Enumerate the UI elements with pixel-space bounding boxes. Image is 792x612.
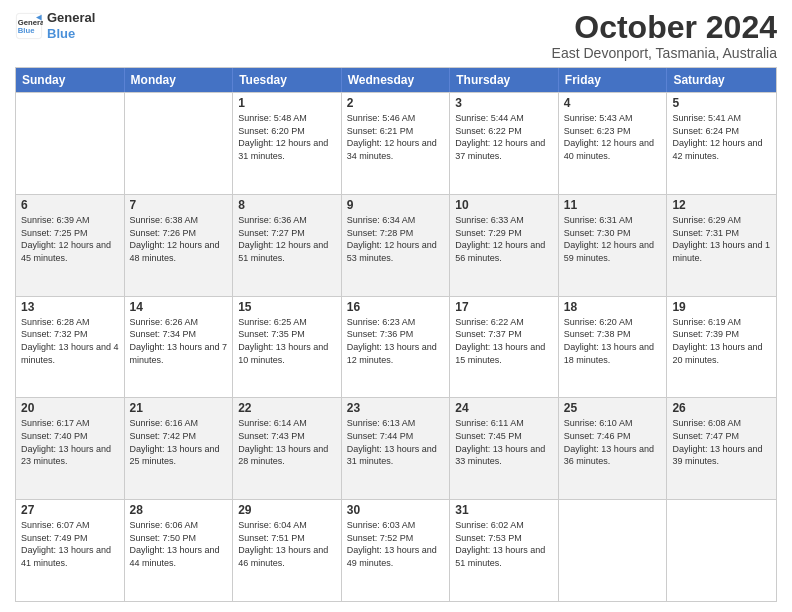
calendar: SundayMondayTuesdayWednesdayThursdayFrid… [15, 67, 777, 602]
day-info: Sunrise: 6:19 AM Sunset: 7:39 PM Dayligh… [672, 316, 771, 366]
day-number: 23 [347, 401, 445, 415]
day-info: Sunrise: 6:31 AM Sunset: 7:30 PM Dayligh… [564, 214, 662, 264]
day-number: 30 [347, 503, 445, 517]
day-number: 18 [564, 300, 662, 314]
day-number: 29 [238, 503, 336, 517]
day-number: 17 [455, 300, 553, 314]
day-number: 20 [21, 401, 119, 415]
day-info: Sunrise: 6:23 AM Sunset: 7:36 PM Dayligh… [347, 316, 445, 366]
cal-cell [667, 500, 776, 601]
day-number: 28 [130, 503, 228, 517]
day-info: Sunrise: 6:22 AM Sunset: 7:37 PM Dayligh… [455, 316, 553, 366]
cal-cell: 25Sunrise: 6:10 AM Sunset: 7:46 PM Dayli… [559, 398, 668, 499]
day-info: Sunrise: 5:46 AM Sunset: 6:21 PM Dayligh… [347, 112, 445, 162]
day-info: Sunrise: 6:04 AM Sunset: 7:51 PM Dayligh… [238, 519, 336, 569]
day-number: 27 [21, 503, 119, 517]
day-number: 5 [672, 96, 771, 110]
cal-cell: 28Sunrise: 6:06 AM Sunset: 7:50 PM Dayli… [125, 500, 234, 601]
day-info: Sunrise: 6:25 AM Sunset: 7:35 PM Dayligh… [238, 316, 336, 366]
cal-cell: 8Sunrise: 6:36 AM Sunset: 7:27 PM Daylig… [233, 195, 342, 296]
cal-cell: 31Sunrise: 6:02 AM Sunset: 7:53 PM Dayli… [450, 500, 559, 601]
day-number: 4 [564, 96, 662, 110]
day-info: Sunrise: 5:43 AM Sunset: 6:23 PM Dayligh… [564, 112, 662, 162]
day-info: Sunrise: 6:13 AM Sunset: 7:44 PM Dayligh… [347, 417, 445, 467]
cal-cell: 3Sunrise: 5:44 AM Sunset: 6:22 PM Daylig… [450, 93, 559, 194]
cal-cell [16, 93, 125, 194]
day-number: 15 [238, 300, 336, 314]
logo-line1: General [47, 10, 95, 26]
cal-cell: 23Sunrise: 6:13 AM Sunset: 7:44 PM Dayli… [342, 398, 451, 499]
header: General Blue General Blue October 2024 E… [15, 10, 777, 61]
logo-line2: Blue [47, 26, 95, 42]
header-cell-friday: Friday [559, 68, 668, 92]
day-info: Sunrise: 6:11 AM Sunset: 7:45 PM Dayligh… [455, 417, 553, 467]
cal-cell: 15Sunrise: 6:25 AM Sunset: 7:35 PM Dayli… [233, 297, 342, 398]
cal-cell: 9Sunrise: 6:34 AM Sunset: 7:28 PM Daylig… [342, 195, 451, 296]
cal-cell: 26Sunrise: 6:08 AM Sunset: 7:47 PM Dayli… [667, 398, 776, 499]
header-cell-wednesday: Wednesday [342, 68, 451, 92]
day-number: 14 [130, 300, 228, 314]
day-info: Sunrise: 6:17 AM Sunset: 7:40 PM Dayligh… [21, 417, 119, 467]
cal-cell: 10Sunrise: 6:33 AM Sunset: 7:29 PM Dayli… [450, 195, 559, 296]
day-info: Sunrise: 5:41 AM Sunset: 6:24 PM Dayligh… [672, 112, 771, 162]
day-info: Sunrise: 5:48 AM Sunset: 6:20 PM Dayligh… [238, 112, 336, 162]
day-info: Sunrise: 6:38 AM Sunset: 7:26 PM Dayligh… [130, 214, 228, 264]
cal-cell [559, 500, 668, 601]
day-number: 16 [347, 300, 445, 314]
cal-cell: 17Sunrise: 6:22 AM Sunset: 7:37 PM Dayli… [450, 297, 559, 398]
day-info: Sunrise: 6:29 AM Sunset: 7:31 PM Dayligh… [672, 214, 771, 264]
calendar-header: SundayMondayTuesdayWednesdayThursdayFrid… [16, 68, 776, 92]
logo-icon: General Blue [15, 12, 43, 40]
cal-cell: 22Sunrise: 6:14 AM Sunset: 7:43 PM Dayli… [233, 398, 342, 499]
cal-cell: 20Sunrise: 6:17 AM Sunset: 7:40 PM Dayli… [16, 398, 125, 499]
day-number: 13 [21, 300, 119, 314]
svg-text:Blue: Blue [18, 26, 35, 35]
calendar-title: October 2024 [552, 10, 777, 45]
day-info: Sunrise: 6:06 AM Sunset: 7:50 PM Dayligh… [130, 519, 228, 569]
day-number: 7 [130, 198, 228, 212]
cal-cell: 18Sunrise: 6:20 AM Sunset: 7:38 PM Dayli… [559, 297, 668, 398]
header-cell-sunday: Sunday [16, 68, 125, 92]
page: General Blue General Blue October 2024 E… [0, 0, 792, 612]
cal-cell: 11Sunrise: 6:31 AM Sunset: 7:30 PM Dayli… [559, 195, 668, 296]
header-cell-tuesday: Tuesday [233, 68, 342, 92]
day-info: Sunrise: 6:10 AM Sunset: 7:46 PM Dayligh… [564, 417, 662, 467]
day-info: Sunrise: 6:07 AM Sunset: 7:49 PM Dayligh… [21, 519, 119, 569]
logo: General Blue General Blue [15, 10, 95, 41]
day-number: 11 [564, 198, 662, 212]
cal-cell: 12Sunrise: 6:29 AM Sunset: 7:31 PM Dayli… [667, 195, 776, 296]
title-block: October 2024 East Devonport, Tasmania, A… [552, 10, 777, 61]
cal-cell: 29Sunrise: 6:04 AM Sunset: 7:51 PM Dayli… [233, 500, 342, 601]
cal-cell: 2Sunrise: 5:46 AM Sunset: 6:21 PM Daylig… [342, 93, 451, 194]
cal-cell: 16Sunrise: 6:23 AM Sunset: 7:36 PM Dayli… [342, 297, 451, 398]
week-row-3: 13Sunrise: 6:28 AM Sunset: 7:32 PM Dayli… [16, 296, 776, 398]
day-info: Sunrise: 6:39 AM Sunset: 7:25 PM Dayligh… [21, 214, 119, 264]
day-number: 26 [672, 401, 771, 415]
header-cell-saturday: Saturday [667, 68, 776, 92]
day-number: 9 [347, 198, 445, 212]
day-number: 6 [21, 198, 119, 212]
day-number: 8 [238, 198, 336, 212]
day-number: 19 [672, 300, 771, 314]
day-info: Sunrise: 6:03 AM Sunset: 7:52 PM Dayligh… [347, 519, 445, 569]
day-info: Sunrise: 6:02 AM Sunset: 7:53 PM Dayligh… [455, 519, 553, 569]
day-number: 1 [238, 96, 336, 110]
cal-cell: 13Sunrise: 6:28 AM Sunset: 7:32 PM Dayli… [16, 297, 125, 398]
day-info: Sunrise: 6:36 AM Sunset: 7:27 PM Dayligh… [238, 214, 336, 264]
calendar-body: 1Sunrise: 5:48 AM Sunset: 6:20 PM Daylig… [16, 92, 776, 601]
day-number: 10 [455, 198, 553, 212]
cal-cell: 4Sunrise: 5:43 AM Sunset: 6:23 PM Daylig… [559, 93, 668, 194]
cal-cell: 6Sunrise: 6:39 AM Sunset: 7:25 PM Daylig… [16, 195, 125, 296]
day-info: Sunrise: 5:44 AM Sunset: 6:22 PM Dayligh… [455, 112, 553, 162]
cal-cell: 24Sunrise: 6:11 AM Sunset: 7:45 PM Dayli… [450, 398, 559, 499]
day-number: 25 [564, 401, 662, 415]
week-row-5: 27Sunrise: 6:07 AM Sunset: 7:49 PM Dayli… [16, 499, 776, 601]
day-info: Sunrise: 6:20 AM Sunset: 7:38 PM Dayligh… [564, 316, 662, 366]
day-info: Sunrise: 6:08 AM Sunset: 7:47 PM Dayligh… [672, 417, 771, 467]
cal-cell: 21Sunrise: 6:16 AM Sunset: 7:42 PM Dayli… [125, 398, 234, 499]
day-info: Sunrise: 6:28 AM Sunset: 7:32 PM Dayligh… [21, 316, 119, 366]
cal-cell: 30Sunrise: 6:03 AM Sunset: 7:52 PM Dayli… [342, 500, 451, 601]
day-number: 31 [455, 503, 553, 517]
day-number: 12 [672, 198, 771, 212]
day-info: Sunrise: 6:14 AM Sunset: 7:43 PM Dayligh… [238, 417, 336, 467]
